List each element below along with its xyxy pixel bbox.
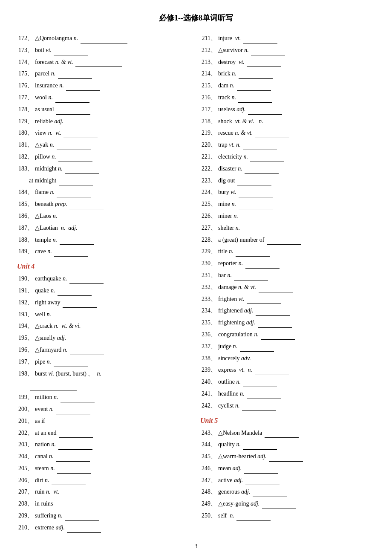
- entry-227: 227、 shelter n.: [200, 223, 375, 233]
- entry-236: 236、 congratulation n.: [200, 330, 375, 340]
- entry-201: 201、 as if: [17, 416, 192, 426]
- entry-189: 189、 cave n.: [17, 246, 192, 257]
- entry-182: 182、 pillow n.: [17, 152, 192, 162]
- entry-246: 246、 mean adj.: [200, 463, 375, 474]
- entry-221: 221、 electricity n.: [200, 152, 375, 162]
- entry-216: 216、 track n.: [200, 92, 375, 103]
- entry-248: 248、 generous adj.: [200, 487, 375, 497]
- entry-234: 234、 frightened adj.: [200, 306, 375, 316]
- entry-242: 242、 cyclist n.: [200, 401, 375, 411]
- entry-241: 241、 headline n.: [200, 389, 375, 399]
- entry-222: 222、 disaster n.: [200, 164, 375, 174]
- entry-243: 243、 △Nelson Mandela: [200, 428, 375, 438]
- entry-203: 203、 nation n.: [17, 439, 192, 450]
- entry-217: 217、 useless adj.: [200, 104, 375, 115]
- entry-200: 200、 event n.: [17, 404, 192, 414]
- entry-249: 249、 △easy-going adj.: [200, 499, 375, 509]
- unit4-heading: Unit 4: [17, 263, 192, 270]
- entry-185: 185、 beneath prep.: [17, 199, 192, 209]
- entry-206: 206、 dirt n.: [17, 475, 192, 486]
- entry-212: 212、 △survivor n.: [200, 45, 375, 55]
- entry-190: 190、 earthquake n.: [17, 274, 192, 284]
- entry-226: 226、 miner n.: [200, 211, 375, 221]
- entry-199: 199、 million n.: [17, 392, 192, 402]
- entry-230: 230、 reporter n.: [200, 258, 375, 269]
- entry-207: 207、 ruin n. vt.: [17, 487, 192, 497]
- entry-247: 247、 active adj.: [200, 475, 375, 486]
- entry-188: 188、 temple n.: [17, 235, 192, 245]
- entry-232: 232、 damage n. & vt.: [200, 282, 375, 292]
- entry-229: 229、 title n.: [200, 246, 375, 257]
- entry-237: 237、 judge n.: [200, 341, 375, 352]
- entry-198b: [29, 380, 192, 390]
- entry-214: 214、 brick n.: [200, 69, 375, 79]
- entry-193: 193、 well n.: [17, 309, 192, 320]
- entry-177: 177、 wool n.: [17, 92, 192, 103]
- entry-225: 225、 mine n.: [200, 199, 375, 209]
- entry-194: 194、 △crack n. vt. & vi.: [17, 321, 192, 331]
- left-column: 172、 △Qomolangma n. 173、 boil vi. 174、 f…: [17, 33, 192, 535]
- entry-195: 195、 △smelly adj.: [17, 333, 192, 343]
- entry-205: 205、 steam n.: [17, 463, 192, 474]
- entry-235: 235、 frightening adj.: [200, 318, 375, 328]
- entry-240: 240、 outline n.: [200, 377, 375, 387]
- page-number: 3: [17, 543, 375, 550]
- entry-210: 210、 extreme adj.: [17, 523, 192, 533]
- entry-211: 211、 injure vt.: [200, 33, 375, 43]
- entry-250: 250、 self n.: [200, 511, 375, 521]
- entry-245: 245、 △warm-hearted adj.: [200, 451, 375, 462]
- entry-233: 233、 frighten vt.: [200, 294, 375, 304]
- entry-239: 239、 express vt. n.: [200, 365, 375, 375]
- entry-231: 231、 bar n.: [200, 270, 375, 280]
- entry-208: 208、 in ruins: [17, 499, 192, 509]
- entry-174: 174、 forecast n. & vt.: [17, 57, 192, 67]
- entry-183: 183、 midnight n.: [17, 164, 192, 174]
- entry-198: 198、 burst vi. (burst, burst) 、 n.: [17, 369, 192, 379]
- entry-175: 175、 parcel n.: [17, 69, 192, 79]
- unit5-heading: Unit 5: [200, 417, 375, 425]
- entry-179: 179、 reliable adj.: [17, 116, 192, 127]
- entry-197: 197、 pipe n.: [17, 357, 192, 367]
- entry-172: 172、 △Qomolangma n.: [17, 33, 192, 43]
- page-title: 必修1--选修8单词听写: [17, 13, 375, 23]
- entry-181: 181、 △yak n.: [17, 140, 192, 150]
- entry-218: 218、 shock vt. & vi. n.: [200, 116, 375, 127]
- entry-196: 196、 △farmyard n.: [17, 345, 192, 355]
- entry-191: 191、 quake n.: [17, 286, 192, 296]
- entry-176: 176、 insurance n.: [17, 81, 192, 91]
- right-column: 211、 injure vt. 212、 △survivor n. 213、 d…: [200, 33, 375, 535]
- entry-213: 213、 destroy vt.: [200, 57, 375, 67]
- entry-220: 220、 trap vt. n.: [200, 140, 375, 150]
- entry-202: 202、 at an end: [17, 428, 192, 438]
- entry-204: 204、 canal n.: [17, 451, 192, 462]
- entry-228: 228、 a (great) number of: [200, 235, 375, 245]
- entry-178: 178、 as usual: [17, 104, 192, 115]
- entry-192: 192、 right away: [17, 298, 192, 308]
- entry-224: 224、 bury vt.: [200, 187, 375, 197]
- entry-173: 173、 boil vi.: [17, 45, 192, 55]
- entry-186: 186、 △Laos n.: [17, 211, 192, 221]
- entry-187: 187、 △Laotian n. adj.: [17, 223, 192, 233]
- entry-209: 209、 suffering n.: [17, 511, 192, 521]
- entry-219: 219、 rescue n. & vt.: [200, 128, 375, 138]
- entry-184: 184、 flame n.: [17, 187, 192, 197]
- entry-183b: at midnight: [29, 176, 192, 186]
- content-wrapper: 172、 △Qomolangma n. 173、 boil vi. 174、 f…: [17, 33, 375, 535]
- entry-223: 223、 dig out: [200, 176, 375, 186]
- entry-244: 244、 quality n.: [200, 439, 375, 450]
- entry-180: 180、 view n. vt.: [17, 128, 192, 138]
- entry-215: 215、 dam n.: [200, 81, 375, 91]
- entry-238: 238、 sincerely adv.: [200, 353, 375, 364]
